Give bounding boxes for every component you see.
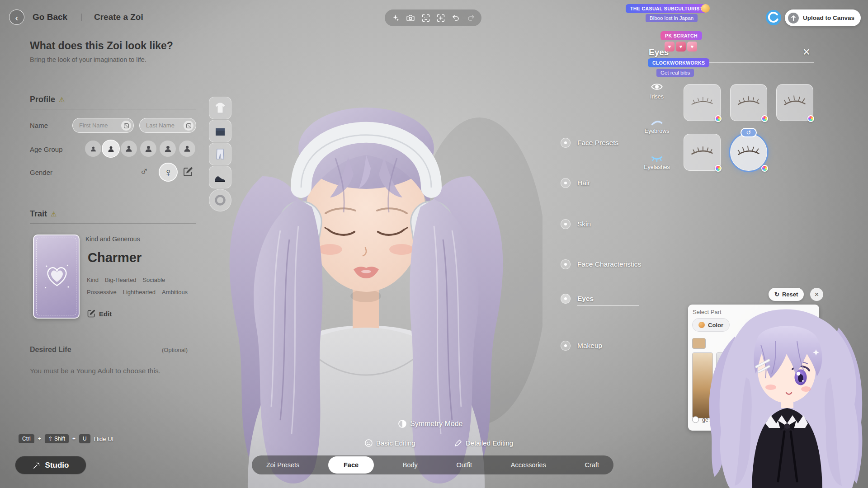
gender-custom-edit-icon[interactable] bbox=[183, 166, 193, 179]
category-face-presets[interactable]: Face Presets bbox=[577, 139, 618, 147]
detailed-editing-tab[interactable]: Detailed Editing bbox=[454, 439, 513, 447]
tab-craft[interactable]: Craft bbox=[575, 455, 609, 474]
outfit-thumb-pants[interactable] bbox=[209, 143, 231, 165]
revert-eyelash-badge[interactable]: ↺ bbox=[741, 128, 757, 137]
pk-scratch-card-icon-3: ♥ bbox=[687, 42, 697, 52]
warning-icon: ⚠ bbox=[51, 210, 57, 218]
face-scan-icon[interactable] bbox=[421, 14, 430, 23]
color-dot[interactable] bbox=[807, 115, 814, 122]
plus-sign: + bbox=[38, 436, 41, 442]
outfit-thumb-shirt[interactable] bbox=[209, 120, 231, 142]
category-face-characteristics[interactable]: Face Characteristics bbox=[577, 260, 641, 268]
outfit-thumb-shoes[interactable] bbox=[209, 166, 231, 188]
magic-wand-icon[interactable] bbox=[391, 14, 400, 22]
create-a-zoi-screen: { "icons": { "back": "‹", "close": "×", … bbox=[0, 0, 868, 488]
randomize-last-name-dice-icon[interactable] bbox=[184, 121, 193, 131]
age-group-teen[interactable] bbox=[121, 141, 137, 157]
trait-tags-row-1: KindBig-HeartedSociable bbox=[87, 277, 165, 283]
page-title: Create a Zoi bbox=[94, 12, 143, 22]
back-chevron-icon: ‹ bbox=[15, 13, 19, 22]
eyelash-option-1[interactable] bbox=[684, 84, 721, 121]
hide-ui-hint: Ctrl + ⇧ Shift + U Hide UI bbox=[18, 434, 113, 444]
category-hair[interactable]: Hair bbox=[577, 179, 590, 187]
upload-to-canvas-button[interactable]: Upload to Canvas bbox=[785, 9, 861, 26]
back-button[interactable]: ‹ bbox=[9, 9, 24, 25]
outfit-thumb-top[interactable] bbox=[209, 97, 231, 119]
tab-zoi-presets[interactable]: Zoi Presets bbox=[256, 455, 309, 474]
color-dot[interactable] bbox=[715, 115, 722, 122]
desired-life-optional: (Optional) bbox=[162, 347, 188, 353]
main-tab-bar: Zoi Presets Face Body Outfit Accessories… bbox=[252, 455, 613, 474]
color-dot[interactable] bbox=[761, 115, 768, 122]
color-dot[interactable] bbox=[715, 165, 722, 172]
eyelash-option-3[interactable] bbox=[776, 84, 813, 121]
edit-trait-button[interactable]: Edit bbox=[87, 309, 112, 318]
subcategory-irises-label[interactable]: Irises bbox=[637, 94, 677, 100]
camera-icon[interactable] bbox=[406, 14, 415, 23]
eyelash-option-2[interactable] bbox=[730, 84, 767, 121]
category-skin[interactable]: Skin bbox=[577, 220, 591, 228]
tab-body[interactable]: Body bbox=[393, 455, 428, 474]
profile-divider bbox=[30, 109, 196, 109]
desired-life-title: Desired Life bbox=[30, 346, 71, 354]
tab-outfit[interactable]: Outfit bbox=[446, 455, 482, 474]
studio-wand-icon bbox=[33, 461, 41, 469]
redo-icon[interactable] bbox=[467, 14, 475, 22]
stream-badge-clockworkworks-sub: Get real bibs bbox=[656, 69, 694, 77]
eyelash-option-4[interactable] bbox=[684, 134, 721, 171]
gender-male-icon[interactable]: ♂ bbox=[140, 165, 149, 177]
stream-badge-pk-scratch: PK SCRATCH bbox=[660, 31, 702, 40]
outfit-thumb-accessory[interactable] bbox=[209, 189, 231, 211]
canvas-logo[interactable] bbox=[765, 9, 782, 28]
u-keycap: U bbox=[79, 434, 91, 444]
category-bullet-hair[interactable] bbox=[561, 178, 571, 188]
undo-icon: ↺ bbox=[746, 130, 751, 136]
subcategory-eyebrows-label[interactable]: Eyebrows bbox=[637, 128, 677, 134]
category-bullet-face-characteristics[interactable] bbox=[561, 259, 571, 269]
shift-keycap: ⇧ Shift bbox=[44, 434, 69, 444]
studio-button[interactable]: Studio bbox=[15, 456, 86, 474]
eyes-panel-close-icon[interactable]: × bbox=[803, 45, 810, 59]
age-group-label: Age Group bbox=[30, 145, 63, 153]
profile-section-title: Profile ⚠ bbox=[30, 95, 65, 104]
age-group-adult[interactable] bbox=[160, 141, 176, 157]
category-makeup[interactable]: Makeup bbox=[577, 342, 602, 350]
randomize-first-name-dice-icon[interactable] bbox=[121, 121, 131, 131]
color-dot[interactable] bbox=[761, 165, 768, 172]
eyelash-option-5-selected[interactable] bbox=[730, 134, 767, 171]
panel-heading: What does this Zoi look like? bbox=[30, 40, 173, 52]
face-capture-icon[interactable] bbox=[436, 14, 445, 23]
tab-accessories[interactable]: Accessories bbox=[501, 455, 556, 474]
trait-section-title: Trait ⚠ bbox=[30, 209, 57, 219]
go-back-label[interactable]: Go Back bbox=[33, 12, 67, 22]
age-group-child[interactable] bbox=[103, 141, 119, 157]
trait-card-subtitle: Kind and Generous bbox=[85, 235, 140, 243]
basic-editing-tab[interactable]: Basic Editing bbox=[364, 439, 415, 447]
undo-icon[interactable] bbox=[452, 14, 460, 22]
hide-ui-label: Hide UI bbox=[94, 436, 113, 442]
character-render bbox=[190, 36, 542, 488]
trait-card[interactable] bbox=[33, 235, 80, 319]
apply-all-hair-checkbox[interactable] bbox=[692, 416, 699, 423]
gender-label: Gender bbox=[30, 169, 52, 176]
age-group-senior[interactable] bbox=[179, 141, 195, 157]
age-group-infant[interactable] bbox=[85, 141, 101, 157]
subcategory-eyelashes-label[interactable]: Eyelashes bbox=[637, 164, 677, 170]
category-bullet-eyes[interactable] bbox=[561, 294, 571, 304]
age-group-young-adult[interactable] bbox=[140, 141, 156, 157]
stream-badge-subculturist-sub: Biboo lost in Japan bbox=[646, 14, 698, 22]
subcategory-irises-icon[interactable] bbox=[651, 80, 663, 95]
upload-icon bbox=[788, 12, 799, 24]
gender-female-icon[interactable]: ♀ bbox=[160, 164, 177, 181]
symmetry-mode-toggle[interactable]: Symmetry Mode bbox=[398, 419, 462, 428]
viewport-toolbar bbox=[385, 9, 481, 26]
basic-editing-face-icon bbox=[364, 439, 373, 447]
category-eyes[interactable]: Eyes bbox=[577, 295, 594, 303]
upload-label: Upload to Canvas bbox=[803, 14, 854, 21]
category-bullet-face-presets[interactable] bbox=[561, 138, 571, 148]
edit-pencil-icon bbox=[87, 309, 96, 318]
pk-scratch-card-icon-1: ♥ bbox=[665, 42, 675, 52]
category-bullet-makeup[interactable] bbox=[561, 341, 571, 351]
tab-face[interactable]: Face bbox=[328, 456, 374, 474]
category-bullet-skin[interactable] bbox=[561, 219, 571, 229]
